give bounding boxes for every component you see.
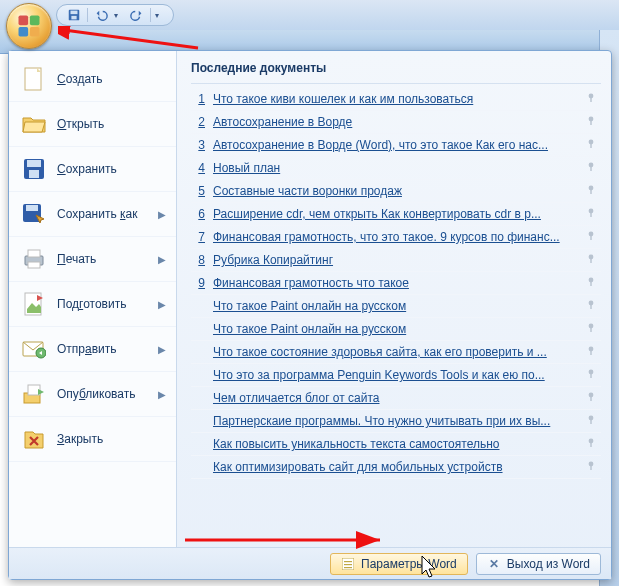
recent-doc-label: Что такое состояние здоровья сайта, как … [213, 345, 577, 359]
svg-rect-10 [27, 160, 41, 167]
svg-rect-13 [26, 205, 38, 211]
svg-rect-25 [590, 120, 591, 125]
close-icon: ✕ [487, 557, 501, 571]
quick-access-toolbar: ▾ ▾ [56, 4, 174, 26]
qat-separator [87, 8, 88, 22]
recent-document-item[interactable]: 9Финансовая грамотность что такое [191, 272, 601, 295]
recent-document-item[interactable]: 8Рубрика Копирайтинг [191, 249, 601, 272]
recent-document-item[interactable]: Чем отличается блог от сайта [191, 387, 601, 410]
pin-icon[interactable] [585, 345, 599, 359]
recent-document-item[interactable]: 3Автосохранение в Ворде (Word), что это … [191, 134, 601, 157]
pin-icon[interactable] [585, 276, 599, 290]
svg-rect-35 [590, 235, 591, 240]
qat-save-button[interactable] [65, 6, 83, 24]
svg-rect-1 [71, 11, 78, 15]
recent-document-item[interactable]: Как оптимизировать сайт для мобильных ус… [191, 456, 601, 479]
exit-word-button[interactable]: ✕ Выход из Word [476, 553, 601, 575]
menu-item-label: Печать [57, 252, 148, 266]
recent-doc-label: Финансовая грамотность, что это такое. 9… [213, 230, 577, 244]
close-file-icon [21, 426, 47, 452]
menu-item-save-as[interactable]: Сохранить как ▶ [9, 192, 176, 237]
svg-rect-37 [590, 258, 591, 263]
menu-item-save[interactable]: Сохранить [9, 147, 176, 192]
pin-icon[interactable] [585, 299, 599, 313]
svg-rect-51 [590, 419, 591, 424]
pin-icon[interactable] [585, 138, 599, 152]
recent-doc-label: Партнерскаие программы. Что нужно учитыв… [213, 414, 577, 428]
office-menu-panel: Создать Открыть Сохранить Сохранить как [8, 50, 612, 580]
pin-icon[interactable] [585, 115, 599, 129]
recent-document-item[interactable]: 2Автосохранение в Ворде [191, 111, 601, 134]
recent-doc-label: Автосохранение в Ворде [213, 115, 577, 129]
pin-icon[interactable] [585, 92, 599, 106]
qat-undo-button[interactable] [92, 6, 110, 24]
recent-document-item[interactable]: Что такое Paint онлайн на русском [191, 318, 601, 341]
qat-customize-caret-icon[interactable]: ▾ [155, 11, 165, 20]
recent-doc-number: 8 [193, 253, 205, 267]
recent-document-item[interactable]: 4Новый план [191, 157, 601, 180]
svg-rect-58 [344, 564, 352, 565]
svg-rect-27 [590, 143, 591, 148]
recent-doc-label: Финансовая грамотность что такое [213, 276, 577, 290]
pin-icon[interactable] [585, 391, 599, 405]
svg-rect-16 [28, 262, 40, 268]
menu-item-label: Открыть [57, 117, 166, 131]
recent-doc-label: Как повысить уникальность текста самосто… [213, 437, 577, 451]
svg-rect-33 [590, 212, 591, 217]
pin-icon[interactable] [585, 207, 599, 221]
recent-document-item[interactable]: Как повысить уникальность текста самосто… [191, 433, 601, 456]
office-menu-left-column: Создать Открыть Сохранить Сохранить как [9, 51, 177, 547]
menu-item-print[interactable]: Печать ▶ [9, 237, 176, 282]
recent-document-item[interactable]: Что такое состояние здоровья сайта, как … [191, 341, 601, 364]
recent-documents-title: Последние документы [191, 59, 601, 84]
menu-item-new[interactable]: Создать [9, 57, 176, 102]
recent-doc-label: Что такое киви кошелек и как им пользова… [213, 92, 577, 106]
svg-rect-57 [344, 561, 352, 562]
recent-document-item[interactable]: 7Финансовая грамотность, что это такое. … [191, 226, 601, 249]
prepare-icon [21, 291, 47, 317]
pin-icon[interactable] [585, 368, 599, 382]
pin-icon[interactable] [585, 414, 599, 428]
recent-document-item[interactable]: 1Что такое киви кошелек и как им пользов… [191, 88, 601, 111]
pin-icon[interactable] [585, 184, 599, 198]
recent-doc-number: 3 [193, 138, 205, 152]
qat-redo-button[interactable] [128, 6, 146, 24]
svg-rect-39 [590, 281, 591, 286]
pin-icon[interactable] [585, 437, 599, 451]
save-as-icon [21, 201, 47, 227]
menu-item-label: Отправить [57, 342, 148, 356]
menu-item-label: Закрыть [57, 432, 166, 446]
recent-doc-number: 4 [193, 161, 205, 175]
office-button[interactable] [6, 3, 52, 49]
svg-rect-6 [30, 27, 40, 37]
recent-documents-list: 1Что такое киви кошелек и как им пользов… [191, 88, 601, 543]
svg-rect-2 [71, 16, 76, 20]
qat-undo-caret-icon[interactable]: ▾ [114, 11, 124, 20]
svg-rect-3 [19, 16, 29, 26]
menu-item-publish[interactable]: Опубликовать ▶ [9, 372, 176, 417]
pin-icon[interactable] [585, 460, 599, 474]
menu-item-send[interactable]: Отправить ▶ [9, 327, 176, 372]
recent-doc-number: 9 [193, 276, 205, 290]
menu-item-close[interactable]: Закрыть [9, 417, 176, 462]
pin-icon[interactable] [585, 161, 599, 175]
recent-document-item[interactable]: 5Составные части воронки продаж [191, 180, 601, 203]
word-options-button[interactable]: Параметры Word [330, 553, 468, 575]
pin-icon[interactable] [585, 322, 599, 336]
recent-document-item[interactable]: Что это за программа Penguin Keywords To… [191, 364, 601, 387]
recent-document-item[interactable]: 6Расширение cdr, чем открыть Как конверт… [191, 203, 601, 226]
menu-item-label: Сохранить [57, 162, 166, 176]
menu-item-prepare[interactable]: Подготовить ▶ [9, 282, 176, 327]
recent-document-item[interactable]: Что такое Paint онлайн на русском [191, 295, 601, 318]
recent-document-item[interactable]: Партнерскаие программы. Что нужно учитыв… [191, 410, 601, 433]
recent-doc-label: Автосохранение в Ворде (Word), что это т… [213, 138, 577, 152]
menu-item-open[interactable]: Открыть [9, 102, 176, 147]
recent-doc-number: 6 [193, 207, 205, 221]
pin-icon[interactable] [585, 230, 599, 244]
pin-icon[interactable] [585, 253, 599, 267]
svg-rect-11 [29, 170, 39, 178]
save-icon [21, 156, 47, 182]
recent-doc-number: 2 [193, 115, 205, 129]
office-menu-body: Создать Открыть Сохранить Сохранить как [9, 51, 611, 547]
svg-rect-55 [590, 465, 591, 470]
